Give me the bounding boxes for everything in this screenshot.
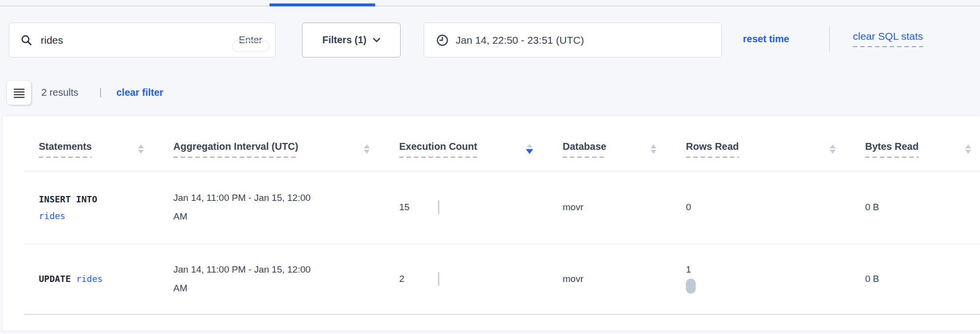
execution-count-value: 2 xyxy=(399,274,429,284)
database-value: movr xyxy=(563,202,583,212)
sort-icon-active-desc[interactable] xyxy=(526,144,533,154)
rows-read-bar xyxy=(686,278,696,294)
statements-card: Statements Aggregation Interval (UTC) xyxy=(2,115,980,331)
sort-icon[interactable] xyxy=(364,144,370,154)
statement-keyword: INSERT INTO xyxy=(39,194,153,204)
table-header-row: Statements Aggregation Interval (UTC) xyxy=(24,116,980,171)
toolbar-divider xyxy=(829,26,830,52)
clear-filter-link[interactable]: clear filter xyxy=(116,87,163,98)
aggregation-interval: Jan 14, 11:00 PM - Jan 15, 12:00 AM xyxy=(173,260,318,298)
enter-key-hint: Enter xyxy=(239,34,262,46)
chevron-down-icon xyxy=(373,37,381,43)
rows-read-value: 0 xyxy=(686,202,691,212)
column-selector-button[interactable] xyxy=(6,80,31,105)
table-row: INSERT INTO rides Jan 14, 11:00 PM - Jan… xyxy=(24,171,980,244)
reset-time-link[interactable]: reset time xyxy=(743,33,789,45)
sort-icon[interactable] xyxy=(651,144,656,154)
time-range-label: Jan 14, 22:50 - 23:51 (UTC) xyxy=(456,34,584,46)
statement-link[interactable]: INSERT INTO rides xyxy=(39,194,153,221)
results-separator: | xyxy=(99,86,102,98)
execution-count-bar xyxy=(438,200,439,214)
search-input[interactable] xyxy=(41,34,239,46)
statements-table: Statements Aggregation Interval (UTC) xyxy=(24,116,980,315)
database-value: movr xyxy=(563,274,583,284)
column-header-bytes-read[interactable]: Bytes Read xyxy=(844,116,980,171)
column-header-aggregation-interval[interactable]: Aggregation Interval (UTC) xyxy=(153,116,379,171)
column-header-rows-read[interactable]: Rows Read xyxy=(665,116,844,171)
filters-label: Filters (1) xyxy=(322,34,366,46)
columns-menu-icon xyxy=(13,87,25,99)
sort-icon[interactable] xyxy=(830,144,836,154)
column-header-execution-count[interactable]: Execution Count xyxy=(379,116,542,171)
column-header-statements[interactable]: Statements xyxy=(24,116,153,171)
time-range-picker[interactable]: Jan 14, 22:50 - 23:51 (UTC) xyxy=(424,23,722,57)
sort-icon[interactable] xyxy=(965,144,971,154)
statement-table-link[interactable]: rides xyxy=(76,274,103,284)
table-row: UPDATE rides Jan 14, 11:00 PM - Jan 15, … xyxy=(24,244,980,314)
execution-count-bar xyxy=(438,272,439,286)
clear-sql-stats-link[interactable]: clear SQL stats xyxy=(853,30,923,47)
active-tab-indicator xyxy=(270,3,375,6)
sort-icon[interactable] xyxy=(138,144,144,154)
tab-bar-border xyxy=(0,5,980,6)
statement-link[interactable]: UPDATE rides xyxy=(39,274,153,284)
column-header-database[interactable]: Database xyxy=(542,116,665,171)
results-count: 2 results xyxy=(41,87,79,98)
bytes-read-value: 0 B xyxy=(865,274,879,284)
rows-read-value: 1 xyxy=(686,264,691,275)
aggregation-interval: Jan 14, 11:00 PM - Jan 15, 12:00 AM xyxy=(173,189,318,226)
clock-icon xyxy=(436,34,449,47)
search-icon xyxy=(20,34,33,47)
filters-button[interactable]: Filters (1) xyxy=(302,23,401,57)
bytes-read-value: 0 B xyxy=(865,202,879,212)
statement-table-link[interactable]: rides xyxy=(39,211,65,221)
execution-count-value: 15 xyxy=(399,202,429,213)
search-box[interactable]: Enter xyxy=(9,23,275,57)
statement-keyword: UPDATE xyxy=(39,274,71,284)
